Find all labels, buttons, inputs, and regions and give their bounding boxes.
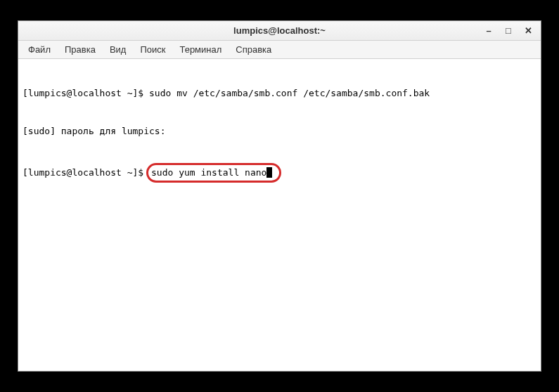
window-controls: – □ ✕ [479,23,538,39]
prompt: [lumpics@localhost ~]$ [23,88,149,98]
menu-file[interactable]: Файл [21,41,58,58]
window-title: lumpics@localhost:~ [233,25,326,36]
terminal-line: [lumpics@localhost ~]$ sudo yum install … [23,163,536,183]
close-button[interactable]: ✕ [518,23,538,39]
highlighted-command: sudo yum install nano [146,163,281,183]
terminal-line: [sudo] пароль для lumpics: [23,125,536,138]
menu-search[interactable]: Поиск [133,41,172,58]
titlebar[interactable]: lumpics@localhost:~ – □ ✕ [18,21,541,41]
menu-help[interactable]: Справка [229,41,278,58]
menu-edit[interactable]: Правка [58,41,103,58]
menu-terminal[interactable]: Терминал [172,41,229,58]
terminal-content[interactable]: [lumpics@localhost ~]$ sudo mv /etc/samb… [18,59,541,371]
menubar: Файл Правка Вид Поиск Терминал Справка [18,41,541,59]
cursor-icon [266,167,272,178]
terminal-window: lumpics@localhost:~ – □ ✕ Файл Правка Ви… [18,20,541,372]
menu-view[interactable]: Вид [103,41,134,58]
maximize-button[interactable]: □ [499,23,518,39]
terminal-line: [lumpics@localhost ~]$ sudo mv /etc/samb… [23,87,536,100]
command-text: sudo yum install nano [151,167,266,178]
minimize-button[interactable]: – [479,23,499,39]
command-text: sudo mv /etc/samba/smb.conf /etc/samba/s… [149,88,430,98]
prompt: [lumpics@localhost ~]$ [23,167,149,178]
